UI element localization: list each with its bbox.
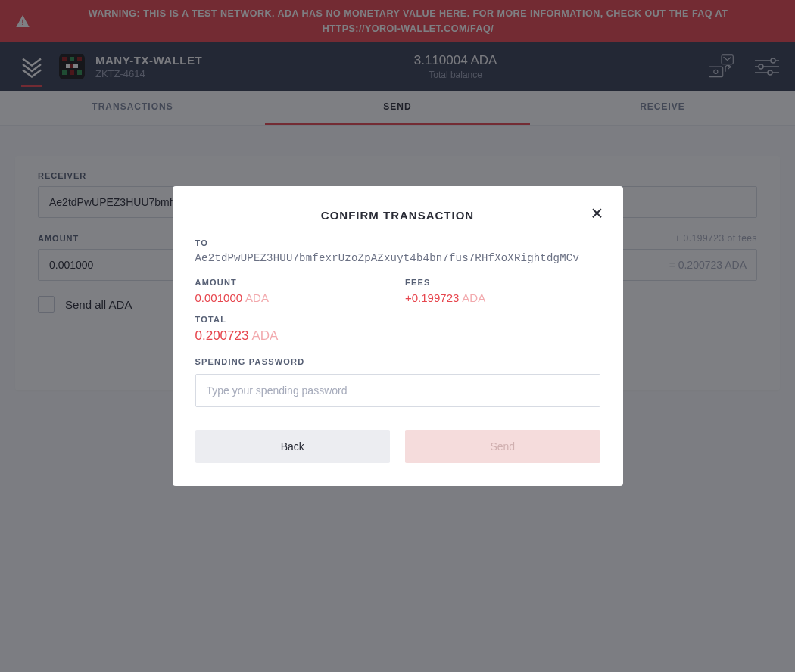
- modal-title: CONFIRM TRANSACTION: [195, 209, 600, 222]
- modal-total-label: TOTAL: [195, 315, 600, 324]
- modal-fees-number: +0.199723: [405, 291, 459, 304]
- modal-amount-number: 0.001000: [195, 291, 243, 304]
- modal-fees-value: +0.199723ADA: [405, 291, 600, 304]
- modal-total-number: 0.200723: [195, 328, 249, 343]
- spending-password-label: SPENDING PASSWORD: [195, 357, 600, 366]
- modal-total-currency: ADA: [251, 328, 278, 343]
- modal-amount-currency: ADA: [245, 291, 269, 304]
- modal-fees-label: FEES: [405, 278, 600, 287]
- confirm-transaction-modal: CONFIRM TRANSACTION × TO Ae2tdPwUPEZ3HUU…: [173, 186, 623, 486]
- modal-amount-value: 0.001000ADA: [195, 291, 391, 304]
- send-button[interactable]: Send: [405, 430, 600, 463]
- modal-total-value: 0.200723ADA: [195, 328, 600, 344]
- modal-amount-label: AMOUNT: [195, 278, 391, 287]
- spending-password-input[interactable]: [195, 374, 600, 407]
- modal-overlay: CONFIRM TRANSACTION × TO Ae2tdPwUPEZ3HUU…: [0, 0, 795, 672]
- back-button[interactable]: Back: [195, 430, 391, 463]
- close-icon[interactable]: ×: [591, 203, 603, 224]
- modal-fees-currency: ADA: [462, 291, 485, 304]
- to-address: Ae2tdPwUPEZ3HUU7bmfexrUzoZpAZxuyt4b4bn7f…: [195, 252, 600, 264]
- to-label: TO: [195, 238, 600, 247]
